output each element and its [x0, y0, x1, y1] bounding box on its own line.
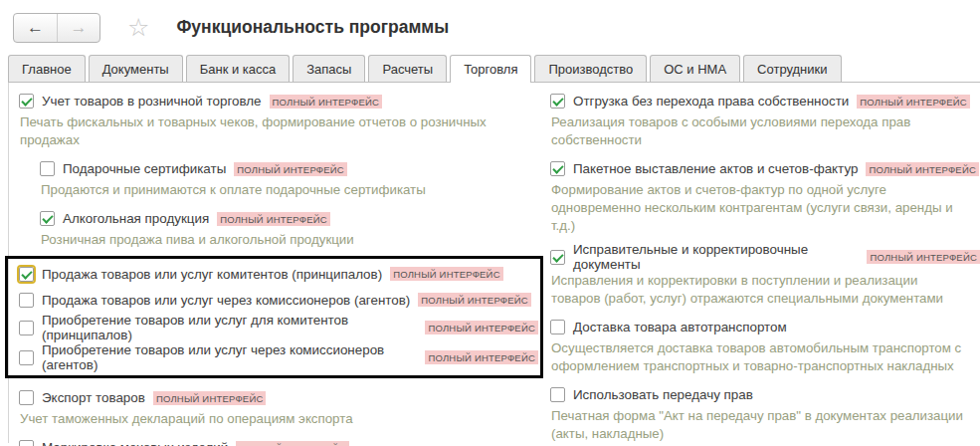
highlight-box: Продажа товаров или услуг комитентов (пр…: [5, 256, 543, 378]
feature-item: Исправительные и корректировочные докуме…: [550, 242, 980, 308]
feature-row: Учет товаров в розничной торговле ПОЛНЫЙ…: [19, 89, 543, 113]
checkbox[interactable]: [40, 161, 55, 176]
feature-row: Исправительные и корректировочные докуме…: [550, 242, 980, 272]
feature-label[interactable]: Приобретение товаров или услуг через ком…: [42, 342, 417, 372]
tab-glavnoe[interactable]: Главное: [8, 55, 86, 82]
checkbox[interactable]: [550, 320, 565, 334]
feature-description: Осуществляется доставка товаров автомоби…: [551, 339, 967, 375]
checkbox[interactable]: [19, 293, 34, 308]
feature-item: Маркировка меховых изделий ПОЛНЫЙ ИНТЕРФ…: [19, 435, 543, 446]
checkbox[interactable]: [40, 211, 55, 226]
tab-raschety[interactable]: Расчеты: [368, 55, 447, 82]
feature-row: Подарочные сертификаты ПОЛНЫЙ ИНТЕРФЕЙС: [40, 156, 543, 181]
feature-row: Приобретение товаров или услуг для комит…: [19, 313, 538, 342]
feature-label[interactable]: Продажа товаров или услуг через комиссио…: [42, 293, 410, 308]
checkbox[interactable]: [19, 94, 34, 109]
window-header: ← → ☆ Функциональность программы: [0, 0, 980, 46]
feature-item: Экспорт товаров ПОЛНЫЙ ИНТЕРФЕЙС Учет та…: [19, 385, 543, 428]
feature-label[interactable]: Алкогольная продукция: [63, 211, 209, 226]
feature-description: Исправления и корректировки в поступлени…: [551, 272, 967, 308]
feature-item: Доставка товара автотранспортом Осуществ…: [550, 315, 980, 375]
back-button[interactable]: ←: [14, 14, 57, 42]
feature-item: Отгрузка без перехода права собственност…: [550, 89, 980, 149]
feature-label[interactable]: Продажа товаров или услуг комитентов (пр…: [42, 267, 382, 282]
tab-sotrudniki[interactable]: Сотрудники: [743, 55, 841, 82]
tab-torgovlya[interactable]: Торговля: [450, 55, 531, 83]
tab-os-i-nma[interactable]: ОС и НМА: [650, 55, 740, 82]
feature-row: Экспорт товаров ПОЛНЫЙ ИНТЕРФЕЙС: [19, 385, 543, 410]
feature-description: Реализация товаров с особыми условиями п…: [551, 113, 967, 149]
left-column: Учет товаров в розничной торговле ПОЛНЫЙ…: [19, 89, 543, 443]
feature-label[interactable]: Подарочные сертификаты: [63, 161, 226, 176]
full-interface-badge: ПОЛНЫЙ ИНТЕРФЕЙС: [418, 293, 531, 307]
feature-label[interactable]: Исправительные и корректировочные докуме…: [573, 242, 859, 272]
checkbox[interactable]: [550, 250, 565, 265]
feature-item: Пакетное выставление актов и счетов-факт…: [550, 156, 980, 235]
page-title: Функциональность программы: [176, 17, 449, 38]
feature-description: Продаются и принимаются к оплате подароч…: [41, 181, 508, 199]
full-interface-badge: ПОЛНЫЙ ИНТЕРФЕЙС: [390, 267, 503, 281]
feature-row: Отгрузка без перехода права собственност…: [550, 89, 980, 113]
feature-row: Алкогольная продукция ПОЛНЫЙ ИНТЕРФЕЙС: [40, 206, 543, 231]
full-interface-badge: ПОЛНЫЙ ИНТЕРФЕЙС: [236, 441, 349, 446]
feature-row: Пакетное выставление актов и счетов-факт…: [550, 156, 980, 181]
feature-row: Использовать передачу прав: [550, 382, 980, 407]
checkbox[interactable]: [550, 387, 565, 402]
full-interface-badge: ПОЛНЫЙ ИНТЕРФЕЙС: [425, 321, 538, 334]
history-nav: ← →: [13, 13, 100, 43]
feature-label[interactable]: Приобретение товаров или услуг для комит…: [42, 313, 417, 342]
favorite-star-icon[interactable]: ☆: [127, 15, 149, 40]
feature-label[interactable]: Использовать передачу прав: [573, 387, 753, 402]
full-interface-badge: ПОЛНЫЙ ИНТЕРФЕЙС: [217, 212, 330, 226]
checkbox[interactable]: [550, 161, 565, 176]
feature-item: Алкогольная продукция ПОЛНЫЙ ИНТЕРФЕЙС Р…: [40, 206, 543, 249]
right-column: Отгрузка без перехода права собственност…: [543, 89, 980, 443]
checkbox[interactable]: [19, 350, 34, 365]
checkbox[interactable]: [19, 390, 34, 405]
full-interface-badge: ПОЛНЫЙ ИНТЕРФЕЙС: [153, 391, 267, 405]
full-interface-badge: ПОЛНЫЙ ИНТЕРФЕЙС: [234, 162, 347, 176]
full-interface-badge: ПОЛНЫЙ ИНТЕРФЕЙС: [270, 95, 383, 109]
feature-row: Доставка товара автотранспортом: [550, 315, 980, 339]
tab-dokumenty[interactable]: Документы: [89, 55, 183, 82]
tab-panel-torgovlya: Учет товаров в розничной торговле ПОЛНЫЙ…: [8, 83, 980, 443]
full-interface-badge: ПОЛНЫЙ ИНТЕРФЕЙС: [425, 350, 538, 364]
feature-row: Продажа товаров или услуг комитентов (пр…: [19, 261, 538, 287]
feature-item: Учет товаров в розничной торговле ПОЛНЫЙ…: [19, 89, 543, 149]
tab-bank-i-kassa[interactable]: Банк и касса: [186, 55, 291, 82]
full-interface-badge: ПОЛНЫЙ ИНТЕРФЕЙС: [867, 250, 980, 264]
feature-description: Формирование актов и счетов-фактур по од…: [551, 181, 967, 235]
feature-row: Маркировка меховых изделий ПОЛНЫЙ ИНТЕРФ…: [19, 435, 543, 446]
tab-zapasy[interactable]: Запасы: [293, 55, 365, 82]
feature-description: Учет таможенных деклараций по операциям …: [20, 410, 488, 428]
feature-label[interactable]: Доставка товара автотранспортом: [573, 320, 787, 334]
checkbox[interactable]: [19, 440, 34, 446]
feature-item: Подарочные сертификаты ПОЛНЫЙ ИНТЕРФЕЙС …: [40, 156, 543, 199]
checkbox[interactable]: [19, 321, 34, 335]
full-interface-badge: ПОЛНЫЙ ИНТЕРФЕЙС: [857, 95, 970, 109]
feature-label[interactable]: Пакетное выставление актов и счетов-факт…: [573, 161, 858, 176]
forward-button[interactable]: →: [57, 14, 99, 42]
tab-proizvodstvo[interactable]: Производство: [534, 55, 647, 82]
feature-description: Розничная продажа пива и алкогольной про…: [41, 231, 508, 249]
feature-row: Продажа товаров или услуг через комиссио…: [19, 287, 538, 313]
checkbox[interactable]: [19, 267, 34, 282]
feature-label[interactable]: Экспорт товаров: [42, 390, 145, 405]
feature-label[interactable]: Маркировка меховых изделий: [42, 440, 228, 446]
feature-description: Печать фискальных и товарных чеков, форм…: [20, 113, 488, 149]
tab-bar: Главное Документы Банк и касса Запасы Ра…: [8, 55, 980, 83]
feature-label[interactable]: Учет товаров в розничной торговле: [42, 94, 262, 109]
full-interface-badge: ПОЛНЫЙ ИНТЕРФЕЙС: [866, 162, 979, 176]
feature-row: Приобретение товаров или услуг через ком…: [19, 342, 538, 372]
feature-description: Печатная форма "Акт на передачу прав" в …: [551, 407, 967, 443]
checkbox[interactable]: [550, 94, 565, 109]
feature-label[interactable]: Отгрузка без перехода права собственност…: [573, 94, 849, 109]
feature-item: Использовать передачу прав Печатная форм…: [550, 382, 980, 443]
